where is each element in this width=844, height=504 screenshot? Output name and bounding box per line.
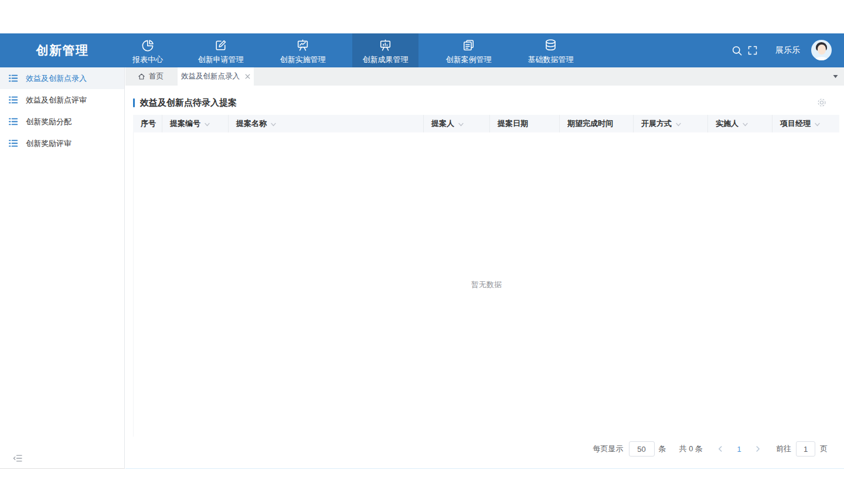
- nav-innovation-application[interactable]: 创新申请管理: [188, 33, 254, 67]
- sidebar-item-label: 效益及创新点评审: [26, 95, 87, 105]
- column-label: 实施人: [716, 118, 738, 129]
- column-header-expected-completion: 期望完成时间: [560, 115, 634, 132]
- nav-innovation-achievements[interactable]: 创新成果管理: [352, 33, 418, 67]
- column-header-proposal-date: 提案日期: [490, 115, 560, 132]
- column-header-implementer[interactable]: 实施人: [708, 115, 772, 132]
- avatar-body: [814, 57, 829, 60]
- sidebar-item-label: 创新奖励评审: [26, 138, 72, 149]
- pagination: 每页显示 条 共 0 条 1 前往 页: [593, 441, 828, 457]
- documents-icon: [461, 38, 476, 53]
- column-label: 序号: [141, 118, 156, 129]
- per-page-input[interactable]: [629, 441, 655, 457]
- sidebar-item-label: 效益及创新点录入: [26, 73, 87, 84]
- tab-list-dropdown-icon[interactable]: [832, 74, 839, 79]
- page-title: 效益及创新点待录入提案: [140, 97, 237, 108]
- column-label: 项目经理: [780, 118, 811, 129]
- fullscreen-icon[interactable]: [748, 46, 757, 55]
- column-label: 提案编号: [170, 118, 200, 129]
- main-content: 效益及创新点待录入提案 序号 提案编号 提案名称: [125, 86, 844, 469]
- chevron-down-icon: [204, 121, 210, 128]
- next-page-icon[interactable]: [749, 441, 767, 457]
- prev-page-icon[interactable]: [712, 441, 729, 457]
- app-header: 创新管理 报表中心 创新申请管理 创新实施管理: [0, 33, 844, 67]
- sidebar-item-benefit-entry[interactable]: 效益及创新点录入: [0, 67, 124, 89]
- column-header-development-method[interactable]: 开展方式: [634, 115, 708, 132]
- nav-label: 创新成果管理: [363, 55, 409, 65]
- avatar-face: [818, 45, 826, 55]
- title-row: 效益及创新点待录入提案: [133, 95, 836, 110]
- menu-list-icon: [8, 95, 18, 105]
- table-header-row: 序号 提案编号 提案名称 提案人 提案日期: [133, 115, 839, 132]
- menu-list-icon: [8, 117, 18, 127]
- nav-label: 创新申请管理: [198, 55, 244, 65]
- empty-state-text: 暂无数据: [471, 280, 502, 290]
- column-header-project-manager[interactable]: 项目经理: [772, 115, 839, 132]
- avatar[interactable]: [811, 40, 832, 60]
- home-icon: [138, 73, 145, 80]
- nav-innovation-implementation[interactable]: 创新实施管理: [270, 33, 336, 67]
- column-header-proposal-name[interactable]: 提案名称: [229, 115, 424, 132]
- column-header-index: 序号: [133, 115, 162, 132]
- per-page-unit: 条: [659, 444, 666, 454]
- tab-home-label: 首页: [149, 71, 164, 81]
- nav-label: 报表中心: [132, 55, 163, 65]
- sidebar-item-label: 创新奖励分配: [26, 117, 72, 127]
- column-label: 提案人: [431, 118, 454, 129]
- tab-strip: 首页 效益及创新点录入: [125, 67, 844, 86]
- menu-list-icon: [8, 138, 18, 148]
- chevron-down-icon: [675, 121, 682, 128]
- nav-label: 创新实施管理: [280, 55, 326, 65]
- current-username[interactable]: 展乐乐: [775, 33, 800, 67]
- sidebar: 效益及创新点录入 效益及创新点评审 创新奖励分配 创新奖励评审: [0, 67, 125, 469]
- database-icon: [543, 38, 558, 53]
- column-header-proposal-no[interactable]: 提案编号: [162, 115, 229, 132]
- column-label: 开展方式: [641, 118, 672, 129]
- table-body: 暂无数据: [133, 132, 839, 437]
- app-logo: 创新管理: [0, 33, 125, 67]
- menu-list-icon: [8, 73, 18, 83]
- sidebar-item-benefit-review[interactable]: 效益及创新点评审: [0, 89, 124, 111]
- nav-basic-data[interactable]: 基础数据管理: [518, 33, 584, 67]
- chevron-down-icon: [458, 121, 464, 128]
- sidebar-item-reward-review[interactable]: 创新奖励评审: [0, 132, 124, 154]
- current-page-number[interactable]: 1: [729, 445, 749, 454]
- sidebar-item-reward-allocation[interactable]: 创新奖励分配: [0, 111, 124, 132]
- chevron-down-icon: [270, 121, 277, 128]
- nav-label: 创新案例管理: [446, 55, 492, 65]
- nav-innovation-cases[interactable]: 创新案例管理: [435, 33, 502, 67]
- column-label: 提案日期: [498, 118, 528, 129]
- title-accent-bar: [133, 98, 135, 107]
- goto-page-input[interactable]: [796, 441, 815, 457]
- chevron-down-icon: [814, 121, 821, 128]
- column-label: 提案名称: [236, 118, 267, 129]
- per-page-label: 每页显示: [593, 444, 624, 454]
- column-label: 期望完成时间: [567, 118, 613, 129]
- proposals-table: 序号 提案编号 提案名称 提案人 提案日期: [133, 115, 839, 437]
- goto-label: 前往: [776, 444, 791, 454]
- edit-icon: [213, 38, 228, 53]
- sidebar-collapse-icon[interactable]: [12, 453, 23, 464]
- total-count: 共 0 条: [679, 444, 703, 454]
- tab-home[interactable]: 首页: [138, 67, 164, 86]
- nav-report-center[interactable]: 报表中心: [118, 33, 177, 67]
- page-unit-label: 页: [820, 444, 828, 454]
- nav-label: 基础数据管理: [528, 55, 574, 65]
- gear-icon[interactable]: [816, 97, 827, 108]
- chevron-down-icon: [742, 121, 748, 128]
- presentation-bar-chart-icon: [378, 38, 393, 53]
- presentation-line-chart-icon: [295, 38, 310, 53]
- pie-chart-icon: [141, 38, 155, 53]
- close-icon[interactable]: [245, 74, 250, 79]
- tab-label: 效益及创新点录入: [181, 71, 240, 81]
- column-header-proposer[interactable]: 提案人: [424, 115, 490, 132]
- search-icon[interactable]: [731, 45, 743, 56]
- tab-active-benefit-entry[interactable]: 效益及创新点录入: [178, 67, 254, 86]
